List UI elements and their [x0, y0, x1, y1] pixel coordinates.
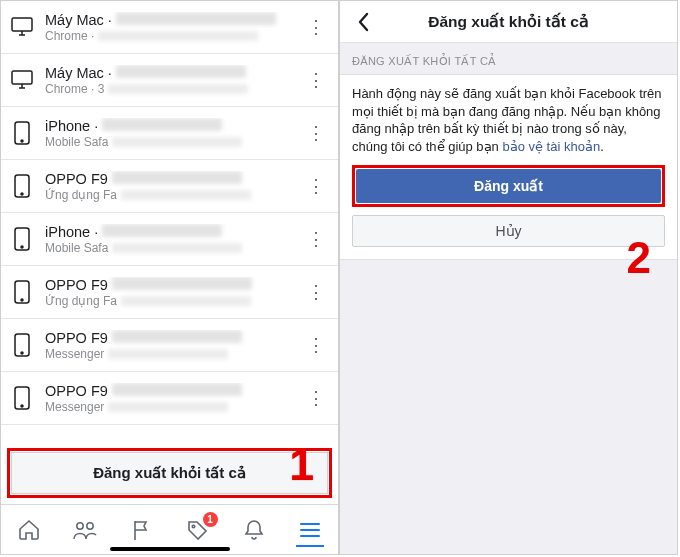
phone-icon [9, 332, 35, 358]
row-menu-button[interactable]: ⋮ [304, 223, 328, 255]
tab-notifications[interactable] [240, 516, 268, 544]
device-row[interactable]: OPPO F9Messenger⋮ [1, 319, 338, 372]
bell-icon [243, 518, 265, 542]
desktop-icon [9, 67, 35, 93]
tab-friends[interactable] [71, 516, 99, 544]
more-vertical-icon: ⋮ [307, 281, 325, 303]
row-menu-button[interactable]: ⋮ [304, 11, 328, 43]
logout-all-highlight: Đăng xuất khỏi tất cả [7, 448, 332, 498]
row-menu-button[interactable]: ⋮ [304, 382, 328, 414]
more-vertical-icon: ⋮ [307, 175, 325, 197]
phone-icon [9, 173, 35, 199]
device-title: OPPO F9 [45, 383, 304, 399]
device-text: Máy Mac ·Chrome · 3 [45, 65, 304, 96]
left-phone: Máy Mac ·Chrome ·⋮Máy Mac ·Chrome · 3⋮iP… [0, 0, 339, 555]
row-menu-button[interactable]: ⋮ [304, 276, 328, 308]
device-subtitle: Chrome · 3 [45, 82, 304, 96]
device-subtitle: Messenger [45, 347, 304, 361]
notification-badge: 1 [203, 512, 218, 527]
device-subtitle: Chrome · [45, 29, 304, 43]
more-vertical-icon: ⋮ [307, 334, 325, 356]
device-text: iPhone ·Mobile Safa [45, 224, 304, 255]
logout-button[interactable]: Đăng xuất [356, 169, 661, 203]
device-title: OPPO F9 [45, 277, 304, 293]
device-title: OPPO F9 [45, 330, 304, 346]
device-subtitle: Messenger [45, 400, 304, 414]
device-row[interactable]: iPhone ·Mobile Safa⋮ [1, 107, 338, 160]
more-vertical-icon: ⋮ [307, 16, 325, 38]
cancel-button[interactable]: Hủy [352, 215, 665, 247]
svg-point-15 [21, 352, 23, 354]
device-subtitle: Ứng dụng Fa [45, 188, 304, 202]
tab-marketplace[interactable]: 1 [184, 516, 212, 544]
device-text: OPPO F9Ứng dụng Fa [45, 171, 304, 202]
device-subtitle: Mobile Safa [45, 241, 304, 255]
device-list: Máy Mac ·Chrome ·⋮Máy Mac ·Chrome · 3⋮iP… [1, 1, 338, 425]
page-title: Đăng xuất khỏi tất cả [428, 13, 589, 31]
device-row[interactable]: OPPO F9Ứng dụng Fa⋮ [1, 266, 338, 319]
desktop-icon [9, 14, 35, 40]
svg-point-9 [21, 193, 23, 195]
device-row[interactable]: iPhone ·Mobile Safa⋮ [1, 213, 338, 266]
device-title: Máy Mac · [45, 12, 304, 28]
device-title: iPhone · [45, 118, 304, 134]
svg-point-7 [21, 140, 23, 142]
friends-icon [72, 518, 98, 542]
device-text: Máy Mac ·Chrome · [45, 12, 304, 43]
svg-point-11 [21, 246, 23, 248]
svg-point-13 [21, 299, 23, 301]
section-caption: ĐĂNG XUẤT KHỎI TẤT CẢ [340, 43, 677, 74]
page-body: ĐĂNG XUẤT KHỎI TẤT CẢ Hành động này sẽ đ… [340, 43, 677, 554]
phone-icon [9, 120, 35, 146]
home-indicator [110, 547, 230, 551]
right-phone: Đăng xuất khỏi tất cả ĐĂNG XUẤT KHỎI TẤT… [339, 0, 678, 555]
phone-icon [9, 226, 35, 252]
tab-bar: 1 [1, 504, 338, 554]
device-row[interactable]: Máy Mac ·Chrome · 3⋮ [1, 54, 338, 107]
chevron-left-icon [356, 11, 370, 33]
device-text: OPPO F9Ứng dụng Fa [45, 277, 304, 308]
device-row[interactable]: OPPO F9Messenger⋮ [1, 372, 338, 425]
home-icon [17, 518, 41, 542]
device-title: Máy Mac · [45, 65, 304, 81]
card-description: Hành động này sẽ đăng xuất bạn khỏi Face… [352, 85, 665, 155]
device-subtitle: Mobile Safa [45, 135, 304, 149]
button-stack: Đăng xuất Hủy [352, 165, 665, 247]
svg-point-20 [192, 525, 195, 528]
header: Đăng xuất khỏi tất cả [340, 1, 677, 43]
svg-rect-0 [12, 18, 32, 31]
phone-icon [9, 385, 35, 411]
device-row[interactable]: Máy Mac ·Chrome ·⋮ [1, 1, 338, 54]
device-text: OPPO F9Messenger [45, 383, 304, 414]
row-menu-button[interactable]: ⋮ [304, 329, 328, 361]
device-title: OPPO F9 [45, 171, 304, 187]
flag-icon [130, 518, 152, 542]
more-vertical-icon: ⋮ [307, 69, 325, 91]
svg-point-18 [77, 522, 83, 528]
step-1-annotation: 1 [290, 440, 314, 490]
device-text: OPPO F9Messenger [45, 330, 304, 361]
svg-point-17 [21, 405, 23, 407]
more-vertical-icon: ⋮ [307, 228, 325, 250]
tab-menu[interactable] [296, 519, 324, 547]
protect-account-link[interactable]: bảo vệ tài khoản [502, 139, 600, 154]
tab-pages[interactable] [127, 516, 155, 544]
row-menu-button[interactable]: ⋮ [304, 117, 328, 149]
row-menu-button[interactable]: ⋮ [304, 170, 328, 202]
row-menu-button[interactable]: ⋮ [304, 64, 328, 96]
menu-icon [299, 521, 321, 539]
more-vertical-icon: ⋮ [307, 387, 325, 409]
device-text: iPhone ·Mobile Safa [45, 118, 304, 149]
logout-all-button[interactable]: Đăng xuất khỏi tất cả [11, 452, 328, 494]
more-vertical-icon: ⋮ [307, 122, 325, 144]
device-row[interactable]: OPPO F9Ứng dụng Fa⋮ [1, 160, 338, 213]
logout-highlight: Đăng xuất [352, 165, 665, 207]
tab-home[interactable] [15, 516, 43, 544]
svg-rect-3 [12, 71, 32, 84]
step-2-annotation: 2 [627, 233, 651, 283]
phone-icon [9, 279, 35, 305]
back-button[interactable] [346, 1, 380, 42]
svg-point-19 [87, 522, 93, 528]
device-subtitle: Ứng dụng Fa [45, 294, 304, 308]
device-title: iPhone · [45, 224, 304, 240]
